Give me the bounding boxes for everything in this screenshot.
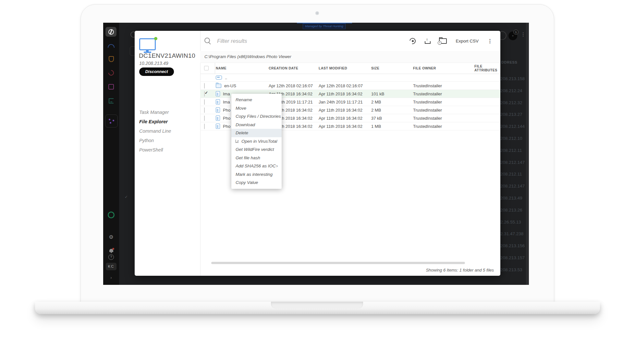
shield-icon[interactable] bbox=[103, 56, 119, 62]
background-ip-value: 2.31.47.238 bbox=[500, 231, 523, 236]
file-name: Pho bbox=[223, 108, 230, 113]
context-menu-label: Rename bbox=[236, 97, 252, 102]
row-checkbox[interactable] bbox=[204, 124, 205, 129]
context-menu-item-copy-files-directories[interactable]: Copy Files / Directories bbox=[231, 112, 282, 121]
column-header-name[interactable]: NAME bbox=[215, 63, 269, 74]
file-name: Ima bbox=[223, 100, 230, 104]
column-header-size[interactable]: SIZE bbox=[371, 63, 413, 74]
search-icon bbox=[204, 38, 210, 43]
help-icon[interactable]: ? bbox=[103, 254, 119, 260]
nav-item-file-explorer[interactable]: File Explorer bbox=[139, 118, 198, 128]
select-all-checkbox[interactable] bbox=[204, 66, 209, 70]
context-menu-item-mark-as-interesting[interactable]: Mark as interesting bbox=[231, 170, 282, 179]
disconnect-button[interactable]: Disconnect bbox=[139, 67, 174, 76]
file-name: .. bbox=[225, 75, 227, 80]
search-input[interactable] bbox=[216, 36, 335, 46]
settings-gear-icon[interactable]: ⚙ bbox=[103, 235, 119, 240]
table-row[interactable]: en-USApr 12th 2018 02:16:07Apr 12th 2018… bbox=[200, 82, 500, 90]
file-icon bbox=[216, 107, 220, 113]
context-menu-item-copy-value[interactable]: Copy Value bbox=[231, 178, 282, 187]
file-icon bbox=[216, 115, 220, 121]
live-terminal-active-icon[interactable] bbox=[105, 115, 118, 127]
nav-item-powershell[interactable]: PowerShell bbox=[139, 147, 198, 156]
cell-modified: Apr 11th 2018 16:34:02 bbox=[319, 124, 371, 129]
laptop-mockup: Managed by Threat Hunting ✓ ▼ 1 ⋮ DDRESS… bbox=[0, 0, 623, 364]
nav-item-task-manager[interactable]: Task Manager bbox=[139, 109, 198, 118]
cell-owner: TrustedInstaller bbox=[413, 83, 474, 88]
context-menu-item-download[interactable]: Download bbox=[231, 121, 282, 129]
cell-owner: TrustedInstaller bbox=[413, 100, 474, 104]
export-csv-button[interactable]: Export CSV bbox=[456, 39, 479, 43]
context-menu-label: Open in VirusTotal bbox=[241, 139, 277, 144]
row-checkbox[interactable] bbox=[204, 91, 205, 97]
background-checkmark: ✓ bbox=[125, 195, 128, 199]
row-checkbox[interactable] bbox=[204, 83, 205, 89]
add-folder-icon[interactable] bbox=[439, 38, 447, 44]
context-menu-item-get-file-hash[interactable]: Get file hash bbox=[231, 154, 282, 162]
terminal-icon[interactable] bbox=[103, 98, 119, 103]
row-checkbox[interactable] bbox=[204, 99, 205, 105]
nav-item-command-line[interactable]: Command Line bbox=[139, 128, 198, 137]
column-header-creation-date[interactable]: CREATION DATE bbox=[269, 63, 319, 74]
dashboard-icon[interactable] bbox=[103, 44, 119, 48]
cell-owner: TrustedInstaller bbox=[413, 124, 474, 129]
file-icon bbox=[216, 99, 220, 104]
cell-modified: Apr 12th 2018 02:16:07 bbox=[319, 83, 371, 88]
horizontal-scrollbar[interactable] bbox=[211, 262, 465, 264]
tool-nav-list: Task ManagerFile ExplorerCommand LinePyt… bbox=[139, 109, 198, 156]
agent-status-icon[interactable] bbox=[103, 212, 119, 218]
user-initials-tile[interactable]: KC bbox=[106, 263, 116, 270]
file-name: Pho bbox=[223, 116, 230, 121]
upload-icon[interactable] bbox=[424, 38, 430, 44]
column-header-file-owner[interactable]: FILE OWNER bbox=[413, 63, 474, 74]
apps-grid-icon[interactable] bbox=[103, 243, 119, 247]
background-ip-value: 208.213.157 bbox=[500, 255, 525, 260]
assets-icon[interactable] bbox=[103, 84, 119, 90]
current-path: C:\Program Files (x86)\Windows Photo Vie… bbox=[200, 51, 500, 63]
context-menu-item-rename[interactable]: Rename bbox=[231, 96, 282, 104]
online-status-dot bbox=[154, 37, 157, 40]
cell-size: 1 MB bbox=[371, 124, 413, 129]
submenu-chevron-icon: › bbox=[276, 162, 278, 170]
cell-owner: TrustedInstaller bbox=[413, 108, 474, 113]
notifications-bell-icon[interactable] bbox=[103, 249, 119, 252]
table-row[interactable]: .. bbox=[200, 74, 500, 82]
live-terminal-modal: DC1ENV21AWIN10 10.208.213.49 Disconnect … bbox=[135, 31, 500, 276]
status-text: Showing 6 Items: 1 folder and 5 files bbox=[426, 268, 494, 273]
column-header-file-attributes[interactable]: FILE ATTRIBUTES bbox=[474, 63, 500, 74]
background-ip-value: 2.26.55.13 bbox=[500, 220, 521, 224]
context-menu-label: Copy Value bbox=[236, 180, 258, 185]
cell-modified: Jan 24th 2019 11:17:21 bbox=[319, 100, 371, 104]
background-ip-value: 208.212.24 bbox=[500, 88, 522, 93]
refresh-icon[interactable] bbox=[409, 37, 417, 45]
background-ip-value: 208.213.27 bbox=[500, 112, 522, 117]
nav-item-python[interactable]: Python bbox=[139, 137, 198, 147]
cortex-glyph bbox=[108, 29, 114, 35]
row-checkbox[interactable] bbox=[204, 115, 205, 121]
background-ip-value: 208.212.11 bbox=[500, 148, 522, 153]
context-menu-item-get-wildfire-verdict[interactable]: Get WildFire verdict bbox=[231, 145, 282, 154]
cell-modified: Apr 11th 2018 16:34:02 bbox=[319, 108, 371, 113]
search-row: Export CSV ⋮ bbox=[200, 31, 500, 51]
up-directory-icon bbox=[216, 76, 222, 79]
context-menu-item-move[interactable]: Move bbox=[231, 104, 282, 113]
app-sidebar: ⚙ ? KC › bbox=[103, 23, 119, 285]
file-name: en-US bbox=[224, 83, 236, 88]
cell-modified: Apr 11th 2018 16:34:02 bbox=[319, 116, 371, 121]
context-menu-item-add-sha256-as-ioc[interactable]: Add SHA256 as IOC› bbox=[231, 162, 282, 170]
background-ip-value: 208.212.147 bbox=[500, 160, 525, 165]
column-header-last-modified[interactable]: LAST MODIFIED bbox=[319, 63, 371, 74]
background-ip-value: 208.213.26 bbox=[500, 208, 522, 212]
cell-owner: TrustedInstaller bbox=[413, 116, 474, 121]
context-menu-item-delete[interactable]: Delete bbox=[231, 129, 282, 137]
context-menu-label: Download bbox=[236, 122, 255, 127]
background-ip-value: 208.212.32 bbox=[500, 100, 522, 105]
kebab-menu-icon[interactable]: ⋮ bbox=[487, 38, 493, 44]
background-ip-value: 208.212.147 bbox=[500, 184, 525, 188]
incidents-icon[interactable] bbox=[103, 70, 119, 76]
row-checkbox[interactable] bbox=[204, 107, 205, 113]
sidebar-collapse-chevron-icon[interactable]: › bbox=[103, 275, 119, 280]
cell-size: 2 MB bbox=[371, 108, 413, 113]
context-menu-item-open-in-virustotal[interactable]: Open in VirusTotal bbox=[231, 137, 282, 146]
cortex-logo-icon[interactable] bbox=[105, 27, 116, 37]
